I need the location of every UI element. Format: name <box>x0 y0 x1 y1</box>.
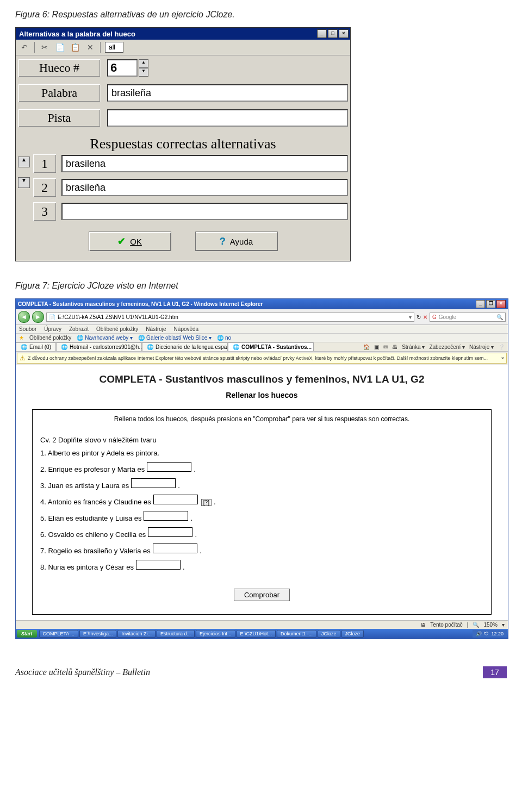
gap-input[interactable] <box>148 527 192 537</box>
hueco-spinner[interactable]: ▲ ▼ <box>107 59 148 77</box>
alt-input-2[interactable] <box>61 179 348 196</box>
alternative-row: 1 <box>33 154 348 173</box>
ie-tab[interactable]: 🌐Email (0) <box>16 342 56 351</box>
pista-input[interactable] <box>107 109 348 127</box>
chevron-down-icon[interactable]: ▾ <box>502 622 505 628</box>
ie-titlebar[interactable]: COMPLETA - Sustantivos masculinos y feme… <box>16 299 508 309</box>
tools-menu[interactable]: Nástroje ▾ <box>469 344 494 350</box>
taskbar-item[interactable]: JCloze <box>341 630 364 638</box>
mail-icon[interactable]: ✉ <box>383 344 388 350</box>
taskbar-item[interactable]: E:\CZU1\Hot... <box>237 630 276 638</box>
globe-icon: 🌐 <box>138 335 145 341</box>
gap-input[interactable] <box>153 544 197 553</box>
menu-item[interactable]: Soubor <box>19 326 36 332</box>
home-icon[interactable]: 🏠 <box>363 344 370 350</box>
menu-item[interactable]: Zobrazit <box>69 326 89 332</box>
gap-input[interactable] <box>153 495 198 504</box>
undo-icon[interactable]: ↶ <box>19 42 30 53</box>
taskbar-item[interactable]: COMPLETA ... <box>39 630 78 638</box>
feed-icon[interactable]: ▣ <box>374 344 379 350</box>
stop-icon[interactable]: ✕ <box>423 314 427 320</box>
ie-tab[interactable]: 🌐Diccionario de la lengua espa... <box>142 342 228 351</box>
close-button[interactable]: × <box>339 29 349 38</box>
menu-item[interactable]: Nástroje <box>146 326 166 332</box>
cut-icon[interactable]: ✂ <box>39 42 50 53</box>
search-icon[interactable]: 🔍 <box>496 314 503 320</box>
warning-icon: ⚠ <box>20 354 26 362</box>
gap-input[interactable] <box>136 560 181 570</box>
taskbar-item[interactable]: Invitacion Zi... <box>117 630 156 638</box>
taskbar-item[interactable]: Estructura d... <box>157 630 195 638</box>
start-button[interactable]: Start <box>17 630 37 638</box>
zoom-icon[interactable]: 🔍 <box>473 622 479 628</box>
ie-window-title: COMPLETA - Sustantivos masculinos y feme… <box>18 301 263 307</box>
tray-icon[interactable]: 🛡 <box>484 631 489 636</box>
pista-label: Pista <box>18 109 101 127</box>
restore-button[interactable]: ❐ <box>486 300 495 308</box>
footer-text: Asociace učitelů španělštiny – Bulletin <box>15 667 150 677</box>
system-tray[interactable]: 🔊 🛡 12:20 <box>473 630 507 638</box>
help-button[interactable]: ? Ayuda <box>195 232 278 251</box>
alt-input-3[interactable] <box>61 203 348 220</box>
question-line: 1. Alberto es pintor y Adela es pintora. <box>40 449 483 457</box>
close-button[interactable]: × <box>496 300 506 308</box>
tray-icon[interactable]: 🔊 <box>476 631 482 636</box>
taskbar-item[interactable]: Dokument1 -... <box>277 630 316 638</box>
gap-input[interactable] <box>144 511 188 521</box>
paste-icon[interactable]: 📋 <box>70 42 80 53</box>
maximize-button[interactable]: □ <box>328 29 338 38</box>
menu-item[interactable]: Nápověda <box>174 326 199 332</box>
fav-link[interactable]: 🌐Navrhované weby ▾ <box>77 335 133 341</box>
gap-input[interactable] <box>147 462 191 472</box>
zoom-level[interactable]: 150% <box>483 622 498 628</box>
page-menu[interactable]: Stránka ▾ <box>402 344 425 350</box>
taskbar-item[interactable]: E:\Investiga... <box>79 630 117 638</box>
minimize-button[interactable]: _ <box>317 29 327 38</box>
question-line: 8. Nuria es pintora y César es . <box>40 560 483 571</box>
minimize-button[interactable]: _ <box>476 300 485 308</box>
ie-tab-active[interactable]: 🌐COMPLETA - Sustantivos...× <box>228 342 314 351</box>
hint-button[interactable]: [?] <box>201 499 212 506</box>
forward-button[interactable]: ► <box>32 311 44 323</box>
alternative-row: 3 <box>33 202 348 221</box>
window-titlebar[interactable]: Alternativas a la palabra del hueco _ □ … <box>16 28 350 40</box>
page-number: 17 <box>483 666 507 678</box>
gap-input[interactable] <box>131 478 176 488</box>
star-icon[interactable]: ★ <box>19 335 24 341</box>
refresh-icon[interactable]: ↻ <box>417 314 421 320</box>
palabra-input[interactable] <box>107 84 348 102</box>
menu-item[interactable]: Oblíbené položky <box>96 326 138 332</box>
page-content: COMPLETA - Sustantivos masculinos y feme… <box>16 365 508 620</box>
alt-spin-up-icon[interactable]: ▲ <box>18 157 30 167</box>
fav-link[interactable]: 🌐no <box>217 335 231 341</box>
hueco-input[interactable] <box>107 59 138 77</box>
close-icon[interactable]: × <box>501 355 504 361</box>
fav-link[interactable]: 🌐Galerie oblastí Web Slice ▾ <box>138 335 212 341</box>
back-button[interactable]: ◄ <box>18 311 30 323</box>
favorites-label: Oblíbené položky <box>29 335 71 341</box>
alt-input-1[interactable] <box>61 155 348 172</box>
question-line: 3. Juan es artista y Laura es . <box>40 478 483 490</box>
menu-item[interactable]: Úpravy <box>44 326 61 332</box>
question-line: 6. Osvaldo es chileno y Cecilia es . <box>40 527 483 539</box>
copy-icon[interactable]: 📄 <box>54 42 65 53</box>
address-bar[interactable]: 📄 E:\CZU1\-kA Z5\A1 ZS\NV1 U1\NV1LAU1-G2… <box>46 313 414 322</box>
ok-button[interactable]: ✔ OK <box>89 232 171 251</box>
spin-down-icon[interactable]: ▼ <box>139 68 148 77</box>
ie-information-bar[interactable]: ⚠ Z důvodu ochrany zabezpečení zakázala … <box>17 353 507 364</box>
taskbar-item[interactable]: JCloze <box>318 630 340 638</box>
spin-up-icon[interactable]: ▲ <box>139 59 148 68</box>
exercise-box: Rellena todos los huecos, después presio… <box>32 409 492 615</box>
chevron-down-icon[interactable]: ▾ <box>409 314 412 320</box>
delete-icon[interactable]: ✕ <box>85 42 96 53</box>
ie-tab[interactable]: 🌐Hotmail - carlostorres901@h... <box>56 342 142 351</box>
check-button[interactable]: Comprobar <box>234 589 290 601</box>
taskbar-item[interactable]: Ejercicios Int... <box>196 630 235 638</box>
security-menu[interactable]: Zabezpečení ▾ <box>429 344 465 350</box>
alt-spin-down-icon[interactable]: ▼ <box>18 177 30 188</box>
toolbar: ↶ ✂ 📄 📋 ✕ all <box>16 40 350 55</box>
help-icon[interactable]: ❔ <box>498 344 505 350</box>
print-icon[interactable]: 🖶 <box>392 344 397 350</box>
search-box[interactable]: G Google 🔍 <box>430 313 506 322</box>
all-dropdown[interactable]: all <box>105 42 123 53</box>
